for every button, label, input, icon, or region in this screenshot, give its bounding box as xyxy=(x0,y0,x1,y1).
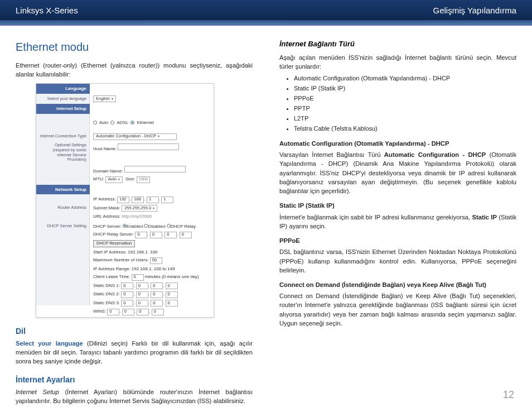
net-heading: İnternet Ayarları xyxy=(16,374,253,385)
dns1-a[interactable]: 0 xyxy=(121,282,133,289)
wins-c[interactable]: 0 xyxy=(137,309,149,315)
conn-type-select[interactable]: Automatic Configuration - DHCP xyxy=(93,133,177,140)
right-column: İnternet Bağlantı Türü Aşağı açılan menü… xyxy=(279,39,516,409)
list-item: PPPoE xyxy=(294,94,516,103)
shot-lang-h: Language xyxy=(36,84,90,94)
static-body: İnternet'e bağlanmak için sabit bir IP a… xyxy=(279,213,516,231)
net-lead: Internet Setup xyxy=(16,389,59,395)
dhcp-body: Varsayılan İnternet Bağlantısı Türü Auto… xyxy=(279,150,516,195)
shot-conn-type xyxy=(36,114,90,132)
cod-body: Connect on Demand (İstendiğinde Bağlan) … xyxy=(279,291,516,328)
size-input[interactable]: 1500 xyxy=(137,176,151,183)
shot-dhcp: DHCP Server Setting xyxy=(36,222,90,305)
shot-ict-label: Internet Connection Type xyxy=(36,132,90,142)
net-body: Internet Setup (İnternet Ayarları) bölüm… xyxy=(16,387,253,405)
ip-b[interactable]: 168 xyxy=(132,197,144,203)
section-title: Ethernet modu xyxy=(16,39,253,55)
radio-ethernet[interactable] xyxy=(130,121,134,124)
static-h: Static IP (Statik IP) xyxy=(279,201,516,210)
dns2-d[interactable]: 0 xyxy=(166,291,178,298)
dns1-c[interactable]: 0 xyxy=(151,282,163,289)
right-heading: İnternet Bağlantı Türü xyxy=(279,39,516,50)
router-screenshot: Language Select your language English In… xyxy=(36,83,214,317)
dns3-b[interactable]: 0 xyxy=(136,300,148,306)
intro-text: Ethernet (router-only) (Ethernet (yalnız… xyxy=(16,61,253,79)
dhcp-h: Automatic Configuration (Otomatik Yapıla… xyxy=(279,139,516,148)
relay-d[interactable]: 0 xyxy=(180,232,192,238)
shot-netsetup-h: Network Setup xyxy=(36,185,90,195)
ip-c[interactable]: 1 xyxy=(147,197,159,203)
dns2-b[interactable]: 0 xyxy=(136,291,148,298)
mtu-select[interactable]: Auto xyxy=(105,176,123,183)
domain-input[interactable] xyxy=(124,166,186,173)
list-item: Static IP (Statik IP) xyxy=(294,84,516,93)
mask-select[interactable]: 255.255.255.0 xyxy=(122,205,157,212)
radio-auto[interactable] xyxy=(93,121,97,124)
radio-relay[interactable] xyxy=(167,224,171,228)
list-item: L2TP xyxy=(294,114,516,123)
dns3-d[interactable]: 0 xyxy=(166,300,178,306)
host-input[interactable] xyxy=(118,143,179,150)
header-band xyxy=(0,20,532,26)
pppoe-h: PPPoE xyxy=(279,236,516,245)
dns1-d[interactable]: 0 xyxy=(166,282,178,289)
dns3-c[interactable]: 0 xyxy=(151,300,163,306)
header-left: Linksys X-Series xyxy=(16,6,78,15)
wins-a[interactable]: 0 xyxy=(107,309,119,315)
page-header: Linksys X-Series Gelişmiş Yapılandırma xyxy=(0,0,532,20)
left-column: Ethernet modu Ethernet (router-only) (Et… xyxy=(16,39,253,409)
page-number: 12 xyxy=(503,389,514,401)
lease-input[interactable]: 0 xyxy=(132,274,144,281)
list-item: PPTP xyxy=(294,104,516,113)
pppoe-body: DSL bağlantınız varsa, ISS'nizin Etherne… xyxy=(279,247,516,275)
dil-body: Select your language (Dilinizi seçin) Fa… xyxy=(16,339,253,366)
relay-b[interactable]: 0 xyxy=(150,232,162,238)
content: Ethernet modu Ethernet (router-only) (Et… xyxy=(0,26,532,409)
right-intro: Aşağı açılan menüden İSS'nizin sağladığı… xyxy=(279,53,516,71)
header-right: Gelişmiş Yapılandırma xyxy=(433,6,516,15)
bullet-list: Automatic Configuration (Otomatik Yapıla… xyxy=(294,74,516,133)
language-select[interactable]: English xyxy=(93,95,116,102)
ip-d[interactable]: 1 xyxy=(161,197,173,203)
shot-net-h: Internet Setup xyxy=(36,104,90,114)
list-item: Automatic Configuration (Otomatik Yapıla… xyxy=(294,74,516,83)
url-value: http://myX2000 xyxy=(122,214,152,219)
shot-sel-lang: Select your language xyxy=(36,94,90,104)
relay-c[interactable]: 0 xyxy=(165,232,177,238)
wins-d[interactable]: 0 xyxy=(152,309,164,315)
radio-adsl[interactable] xyxy=(110,121,114,124)
dns1-b[interactable]: 0 xyxy=(136,282,148,289)
ip-a[interactable]: 192 xyxy=(117,197,129,203)
dns3-a[interactable]: 0 xyxy=(121,300,133,306)
dil-heading: Dil xyxy=(16,325,253,337)
wins-b[interactable]: 0 xyxy=(122,309,134,315)
radio-enabled[interactable] xyxy=(123,224,127,228)
shot-opt: Optional Settings (required by some Inte… xyxy=(36,142,90,164)
dil-lead: Select your language xyxy=(16,340,83,347)
max-users-input[interactable]: 50 xyxy=(150,257,162,264)
shot-raddr: Router Address xyxy=(36,194,90,221)
relay-a[interactable]: 0 xyxy=(135,232,147,238)
dns2-c[interactable]: 0 xyxy=(151,291,163,298)
dns2-a[interactable]: 0 xyxy=(121,291,133,298)
dhcp-reservation-button[interactable]: DHCP Reservation xyxy=(93,240,135,247)
list-item: Telstra Cable (Telstra Kablosu) xyxy=(294,124,516,133)
cod-h: Connect on Demand (İstendiğinde Bağlan) … xyxy=(279,280,516,289)
